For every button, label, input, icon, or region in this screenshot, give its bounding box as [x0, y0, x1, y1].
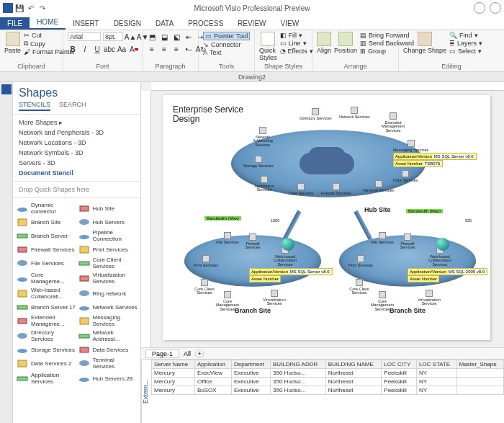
align-middle-button[interactable]: ⬓	[159, 32, 169, 42]
bold-button[interactable]: B	[68, 44, 78, 54]
tab-review[interactable]: REVIEW	[230, 17, 273, 30]
shape-item[interactable]: Dynamic connector	[16, 201, 76, 215]
tab-data[interactable]: DATA	[148, 17, 181, 30]
undo-icon[interactable]: ↶	[26, 3, 36, 13]
tab-file[interactable]: FILE	[0, 17, 30, 30]
shape-item[interactable]: Hub Servers	[78, 216, 138, 228]
shape-item[interactable]: Branch Server.17	[16, 301, 76, 313]
column-header[interactable]: Server Name	[152, 360, 195, 369]
shape-item[interactable]: Ring network	[78, 286, 138, 300]
data-tag[interactable]: Asset Number	[408, 275, 439, 282]
position-button[interactable]: Position	[334, 32, 357, 54]
tab-insert[interactable]: INSERT	[66, 17, 107, 30]
shape-item[interactable]: Firewall Services	[16, 244, 76, 255]
italic-button[interactable]: I	[80, 44, 90, 54]
drawing-page[interactable]: Enterprise Service Design Hub Site Direc…	[163, 95, 490, 340]
shape-item[interactable]: Network Services	[78, 301, 138, 313]
font-size-stepper[interactable]: Aa	[117, 44, 127, 54]
tab-view[interactable]: VIEW	[274, 17, 307, 30]
table-row[interactable]: MercuryExecViewExecutive350 Hudso...Nort…	[152, 369, 504, 378]
tab-design[interactable]: DESIGN	[107, 17, 148, 30]
column-header[interactable]: BUILDING ADDR	[271, 360, 326, 369]
align-right-button[interactable]: ≡	[171, 44, 181, 54]
more-shapes-link[interactable]: More Shapes ▸	[19, 117, 135, 128]
shape-item[interactable]: Print Services	[78, 244, 138, 255]
pointer-tool-button[interactable]: ▭ Pointer Tool	[203, 32, 250, 40]
tab-search[interactable]: SEARCH	[59, 101, 86, 111]
bandwidth-tag[interactable]: Bandwidth (Max)	[406, 209, 443, 213]
pane-toggle-icon[interactable]	[1, 84, 12, 94]
shape-item[interactable]: Storage Services	[16, 344, 76, 355]
underline-button[interactable]: U	[92, 44, 102, 54]
stencil-item[interactable]: Network Symbols - 3D	[19, 148, 135, 158]
align-bottom-button[interactable]: ⬕	[171, 32, 181, 42]
paste-button[interactable]: Paste	[4, 32, 21, 54]
shape-item[interactable]: Pipeline Connection	[78, 228, 138, 243]
tab-stencils[interactable]: STENCILS	[19, 101, 50, 111]
tab-home[interactable]: HOME	[30, 16, 66, 30]
layers-button[interactable]: ≣ Layers ▾	[449, 40, 482, 47]
shape-item[interactable]: Extended Manageme...	[16, 313, 76, 328]
find-button[interactable]: 🔍 Find ▾	[449, 32, 482, 39]
quick-shapes-dropzone[interactable]: Drop Quick Shapes here	[13, 182, 140, 198]
effects-button[interactable]: ◔ Effects ▾	[280, 48, 313, 55]
grow-font-button[interactable]: A▲	[125, 32, 135, 42]
add-page-button[interactable]: +	[195, 349, 204, 358]
save-icon[interactable]: 💾	[14, 3, 24, 13]
shape-item[interactable]: Terminal Services	[78, 356, 138, 370]
shape-item[interactable]: Hub Servers.28	[78, 371, 138, 386]
column-header[interactable]: BUILDING NAME	[325, 360, 382, 369]
connector-tool-button[interactable]: ↘ Connector	[203, 41, 241, 48]
stencil-item[interactable]: Servers - 3D	[19, 158, 135, 168]
column-header[interactable]: LOC CITY	[382, 360, 417, 369]
page-tab-all[interactable]: All	[184, 350, 191, 357]
drawing-canvas[interactable]: Enterprise Service Design Hub Site Direc…	[141, 82, 504, 347]
shape-item[interactable]: Virtualization Services	[78, 271, 138, 285]
align-center-button[interactable]: ≡	[159, 44, 169, 54]
data-tag[interactable]: Asset Number TSB076	[393, 160, 443, 167]
fill-button[interactable]: ◧ Fill ▾	[280, 32, 313, 39]
stencil-item-current[interactable]: Document Stencil	[19, 168, 135, 178]
cloud-shape[interactable]	[307, 151, 347, 173]
redo-icon[interactable]: ↷	[37, 3, 48, 13]
table-row[interactable]: MercuryBoSOXExecutive350 Hudso...Northea…	[152, 386, 504, 395]
table-row[interactable]: MercuryOfficeExecutive350 Hudso...Northe…	[152, 378, 504, 386]
column-header[interactable]: Master_Shape	[456, 360, 503, 369]
strike-button[interactable]: abc	[104, 44, 114, 54]
quick-styles-button[interactable]: Quick Styles	[259, 32, 277, 61]
shape-item[interactable]: Branch Site	[16, 216, 76, 228]
shape-item[interactable]: Directory Services	[16, 329, 76, 343]
change-shape-button[interactable]: Change Shape	[403, 32, 446, 54]
column-header[interactable]: LOC STATE	[416, 360, 456, 369]
line-button[interactable]: ▭ Line ▾	[280, 40, 313, 47]
data-grid[interactable]: Server NameApplicationDepartmentBUILDING…	[151, 360, 504, 423]
font-name-select[interactable]: Arial	[68, 32, 101, 41]
shape-item[interactable]: Messaging Services	[78, 313, 138, 328]
shape-item[interactable]: Core Client Services	[78, 256, 138, 270]
align-top-button[interactable]: ⬒	[147, 32, 157, 42]
bullets-button[interactable]: •–	[184, 44, 194, 54]
indent-dec-button[interactable]: ⇤	[184, 32, 194, 42]
shape-item[interactable]: Data Services	[78, 344, 138, 355]
column-header[interactable]: Application	[194, 360, 231, 369]
shape-item[interactable]: Application Services	[16, 371, 76, 386]
data-tag[interactable]: Application/Version MS SQL 2005 v8.0	[408, 268, 487, 275]
stencil-item[interactable]: Network and Peripherals - 3D	[19, 128, 135, 138]
shape-item[interactable]: Core Manageme...	[16, 271, 76, 285]
column-header[interactable]: Department	[232, 360, 271, 369]
data-tag[interactable]: Asset Number	[249, 275, 281, 282]
shape-item[interactable]: Hub Site	[78, 201, 138, 215]
shape-item[interactable]: Network Addressi...	[78, 329, 138, 343]
shape-item[interactable]: Data Services 2	[16, 356, 76, 370]
align-button[interactable]: Align	[317, 32, 331, 54]
shape-item[interactable]: File Services	[16, 256, 76, 270]
data-tag[interactable]: Application/Version MS SQL Server v8.0	[249, 268, 333, 275]
select-button[interactable]: ▭ Select ▾	[449, 48, 482, 55]
data-tag[interactable]: Application/Version MS SQL Server v8.0	[393, 153, 477, 160]
text-tool-button[interactable]: A Text	[203, 49, 222, 56]
stencil-item[interactable]: Network Locations - 3D	[19, 138, 135, 148]
tab-process[interactable]: PROCESS	[181, 17, 230, 30]
align-left-button[interactable]: ≡	[147, 44, 157, 54]
external-data-label[interactable]: Extern...	[141, 360, 151, 423]
shape-item[interactable]: Web-based Collaborati...	[16, 286, 76, 300]
